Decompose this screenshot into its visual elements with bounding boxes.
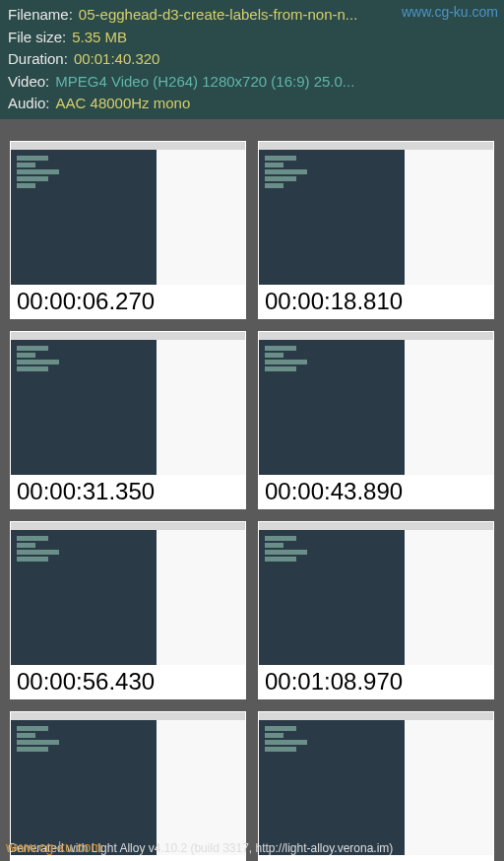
thumbnail-timestamp: 00:00:18.810	[259, 285, 493, 318]
thumbnail-item: 00:01:08.970	[258, 521, 494, 699]
thumbnail-timestamp: 00:00:31.350	[11, 475, 245, 508]
thumbnail-image	[259, 332, 493, 475]
duration-value: 00:01:40.320	[74, 48, 160, 71]
audio-label: Audio:	[8, 93, 50, 115]
thumbnail-image	[11, 142, 245, 285]
thumbnail-item: 00:00:18.810	[258, 141, 494, 319]
thumbnail-timestamp: 00:00:56.430	[11, 665, 245, 698]
filename-value: 05-egghead-d3-create-labels-from-non-n..…	[79, 4, 357, 27]
thumbnail-timestamp: 00:00:06.270	[11, 285, 245, 318]
audio-value: AAC 48000Hz mono	[56, 93, 191, 115]
thumbnail-image	[11, 522, 245, 665]
duration-label: Duration:	[8, 48, 68, 71]
filesize-label: File size:	[8, 27, 66, 49]
thumbnail-grid: 00:00:06.270 00:00:18.810 00:00:31.350 0…	[0, 119, 504, 862]
watermark-bottom: www.cg-ku.com	[6, 839, 102, 855]
watermark-top: www.cg-ku.com	[402, 4, 498, 20]
thumbnail-item: 00:00:06.270	[10, 141, 246, 319]
thumbnail-image	[259, 522, 493, 665]
video-label: Video:	[8, 71, 49, 94]
filesize-value: 5.35 MB	[72, 27, 127, 49]
thumbnail-item: 00:00:31.350	[10, 331, 246, 509]
thumbnail-image	[11, 332, 245, 475]
video-value: MPEG4 Video (H264) 1280x720 (16:9) 25.0.…	[55, 71, 354, 94]
thumbnail-item: 00:01:34.050	[258, 711, 494, 862]
thumbnail-image	[259, 142, 493, 285]
thumbnail-item: 00:00:43.890	[258, 331, 494, 509]
thumbnail-timestamp: 00:01:21.510	[11, 855, 245, 862]
thumbnail-image	[259, 712, 493, 855]
thumbnail-image	[11, 712, 245, 855]
thumbnail-timestamp: 00:01:34.050	[259, 855, 493, 862]
thumbnail-item: 00:00:56.430	[10, 521, 246, 699]
thumbnail-timestamp: 00:00:43.890	[259, 475, 493, 508]
thumbnail-timestamp: 00:01:08.970	[259, 665, 493, 698]
filename-label: Filename:	[8, 4, 73, 27]
